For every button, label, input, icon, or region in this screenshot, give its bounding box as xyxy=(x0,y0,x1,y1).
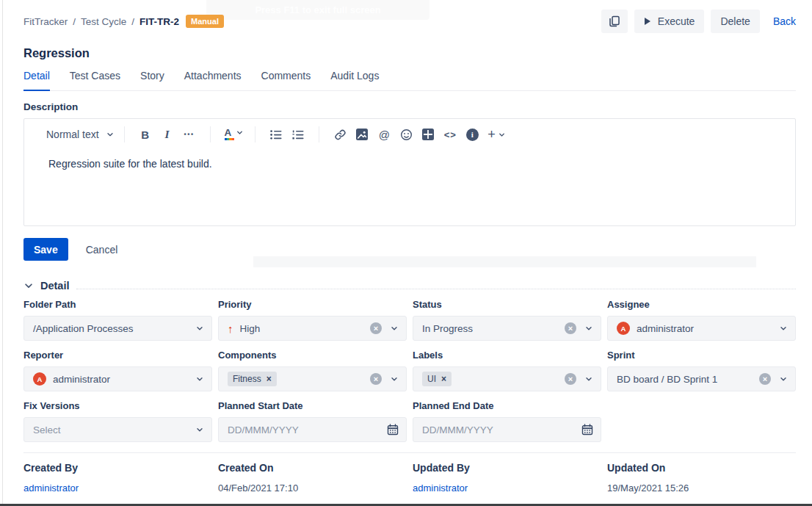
play-icon xyxy=(644,17,651,26)
field-assignee: Assignee A administrator xyxy=(607,299,796,341)
assignee-value: administrator xyxy=(637,323,779,334)
cancel-button[interactable]: Cancel xyxy=(86,244,118,256)
plus-glyph: + xyxy=(487,128,496,141)
dotted-divider xyxy=(76,289,797,289)
italic-icon[interactable]: I xyxy=(161,129,174,140)
planned-start-date-input[interactable]: DD/MMM/YYYY xyxy=(218,417,407,442)
collapse-chevron-icon[interactable] xyxy=(23,281,34,291)
tab-comments[interactable]: Comments xyxy=(261,70,311,90)
labels-label: Labels xyxy=(413,350,601,361)
field-labels: Labels UI × × xyxy=(413,350,601,391)
tab-attachments[interactable]: Attachments xyxy=(184,70,242,90)
folder-path-value: /Application Processes xyxy=(33,323,195,334)
fix-versions-placeholder: Select xyxy=(33,424,195,435)
editor-toolbar: Normal text B I ••• A xyxy=(24,119,795,142)
chevron-down-icon xyxy=(779,375,788,383)
reporter-select[interactable]: A administrator xyxy=(23,366,212,391)
planned-end-date-input[interactable]: DD/MMM/YYYY xyxy=(413,417,601,442)
text-color-icon[interactable]: A xyxy=(225,129,244,140)
bold-icon[interactable]: B xyxy=(139,129,152,140)
tab-story[interactable]: Story xyxy=(140,70,164,90)
labels-select[interactable]: UI × × xyxy=(413,366,601,391)
assignee-label: Assignee xyxy=(607,299,796,310)
back-link[interactable]: Back xyxy=(773,15,796,27)
calendar-icon[interactable] xyxy=(581,424,593,435)
info-badge: i xyxy=(466,129,479,141)
chevron-down-icon xyxy=(195,375,204,383)
tab-audit-logs[interactable]: Audit Logs xyxy=(330,70,379,90)
delete-button[interactable]: Delete xyxy=(711,10,759,33)
tab-detail[interactable]: Detail xyxy=(23,70,50,91)
info-panel-icon[interactable]: i xyxy=(465,129,479,141)
chevron-down-icon xyxy=(498,131,506,139)
priority-select[interactable]: ↑ High × xyxy=(218,316,407,341)
planned-end-date-label: Planned End Date xyxy=(413,400,601,411)
updated-by-link[interactable]: administrator xyxy=(413,482,601,494)
field-sprint: Sprint BD board / BD Sprint 1 × xyxy=(607,350,796,391)
meta-updated-on: Updated On 19/May/2021 15:26 xyxy=(607,462,796,494)
assignee-select[interactable]: A administrator xyxy=(607,316,796,341)
folder-path-select[interactable]: /Application Processes xyxy=(23,316,212,341)
priority-label: Priority xyxy=(218,299,407,310)
avatar: A xyxy=(33,372,46,386)
sprint-select[interactable]: BD board / BD Sprint 1 × xyxy=(607,366,796,391)
more-formatting-icon[interactable]: ••• xyxy=(183,131,196,138)
execute-button[interactable]: Execute xyxy=(634,10,705,33)
tab-test-cases[interactable]: Test Cases xyxy=(70,70,120,90)
link-icon[interactable] xyxy=(333,129,347,141)
components-tags: Fitness × xyxy=(228,372,370,386)
clear-icon[interactable]: × xyxy=(370,322,382,334)
emoji-icon[interactable] xyxy=(399,129,413,141)
tag-remove-icon[interactable]: × xyxy=(441,374,446,384)
save-button[interactable]: Save xyxy=(23,238,68,261)
components-select[interactable]: Fitness × × xyxy=(218,366,407,391)
fix-versions-label: Fix Versions xyxy=(23,400,212,411)
copy-icon xyxy=(609,15,620,27)
ordered-list-icon[interactable] xyxy=(291,130,305,140)
clear-icon[interactable]: × xyxy=(370,373,382,385)
calendar-icon[interactable] xyxy=(387,424,399,435)
tag-label: UI xyxy=(427,374,436,384)
tag-remove-icon[interactable]: × xyxy=(267,374,272,384)
chevron-down-icon xyxy=(236,129,244,137)
updated-on-value: 19/May/2021 15:26 xyxy=(607,482,796,494)
bullet-list-icon[interactable] xyxy=(269,130,283,140)
breadcrumb-issue-key: FIT-TR-2 xyxy=(139,16,179,27)
field-priority: Priority ↑ High × xyxy=(218,299,407,341)
chevron-down-icon xyxy=(390,324,399,333)
created-by-link[interactable]: administrator xyxy=(23,482,212,494)
planned-start-date-placeholder: DD/MMM/YYYY xyxy=(228,424,387,435)
table-icon[interactable] xyxy=(421,129,435,140)
fix-versions-select[interactable]: Select xyxy=(23,417,212,442)
field-empty xyxy=(607,400,796,442)
clear-icon[interactable]: × xyxy=(759,373,771,385)
clear-icon[interactable]: × xyxy=(565,373,576,385)
manual-badge: Manual xyxy=(186,15,224,28)
chevron-down-icon xyxy=(106,130,115,139)
chevron-down-icon xyxy=(195,425,204,434)
clone-button[interactable] xyxy=(601,10,628,33)
folder-path-label: Folder Path xyxy=(23,299,212,310)
clear-icon[interactable]: × xyxy=(565,322,576,334)
status-value: In Progress xyxy=(422,323,565,334)
description-content[interactable]: Regression suite for the latest build. xyxy=(24,142,795,170)
priority-value: High xyxy=(240,323,371,334)
planned-start-date-label: Planned Start Date xyxy=(218,400,407,411)
breadcrumb-separator: / xyxy=(131,16,134,27)
breadcrumb-project[interactable]: FitTracker xyxy=(23,16,68,27)
toolbar-divider xyxy=(210,126,211,142)
breadcrumb: FitTracker / Test Cycle / FIT-TR-2 Manua… xyxy=(23,15,224,28)
insert-more-icon[interactable]: + xyxy=(487,128,506,141)
mention-icon[interactable]: @ xyxy=(377,129,391,140)
planned-end-date-placeholder: DD/MMM/YYYY xyxy=(422,424,581,435)
image-icon[interactable] xyxy=(355,129,369,140)
text-style-dropdown[interactable]: Normal text xyxy=(46,129,115,140)
status-label: Status xyxy=(413,299,601,310)
text-style-value: Normal text xyxy=(46,129,99,140)
status-select[interactable]: In Progress × xyxy=(413,316,601,341)
created-by-label: Created By xyxy=(23,462,212,474)
breadcrumb-test-cycle[interactable]: Test Cycle xyxy=(81,16,126,27)
code-icon[interactable]: <> xyxy=(443,130,457,140)
meta-created-by: Created By administrator xyxy=(23,462,212,494)
field-fix-versions: Fix Versions Select xyxy=(23,400,212,442)
